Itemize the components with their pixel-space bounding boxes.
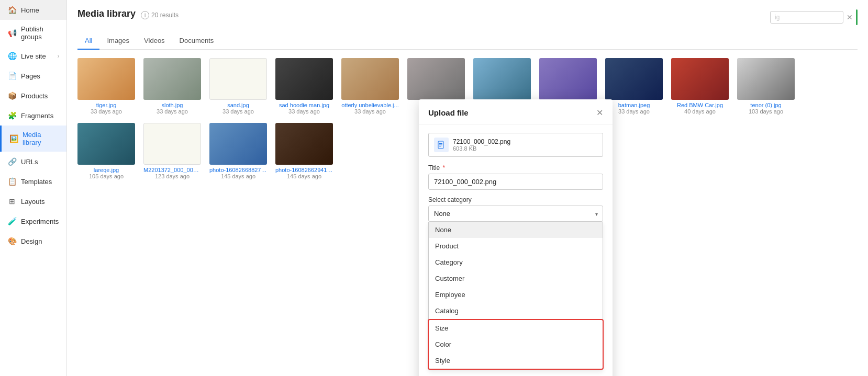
category-select[interactable]: None Product Category Customer Employee … [428,206,603,222]
dropdown-item-employee[interactable]: Employee [429,287,603,303]
tab-documents[interactable]: Documents [172,32,221,50]
media-filename: lareqe.jpg [94,167,119,173]
dropdown-item-none[interactable]: None [429,222,603,238]
sidebar-item-fragments[interactable]: 🧩 Fragments [0,106,66,126]
upload-file-modal: Upload file ✕ 72100_000_002.png 603.8 KB… [419,99,613,376]
media-thumbnail [737,58,795,100]
media-item[interactable]: photo-1608266882760... 145 days ago [209,123,267,179]
sidebar-item-label: Pages [21,72,40,80]
media-item[interactable]: sloth.jpg 33 days ago [143,58,201,115]
sidebar-item-label: Live site [21,52,46,60]
media-date: 103 days ago [749,108,783,115]
sidebar-item-urls[interactable]: 🔗 URLs [0,152,66,172]
media-item[interactable]: batman.jpeg 33 days ago [605,58,663,115]
file-type-icon [434,138,449,152]
products-icon: 📦 [7,91,17,100]
media-thumbnail [539,58,597,100]
dropdown-item-product[interactable]: Product [429,238,603,254]
media-library-icon: 🖼️ [9,134,18,143]
media-thumbnail [209,58,267,100]
sidebar-item-products[interactable]: 📦 Products [0,86,66,106]
sidebar-item-live-site[interactable]: 🌐 Live site › [0,46,66,66]
sidebar-item-publish-groups[interactable]: 📢 Publish groups [0,20,66,46]
svg-rect-2 [439,145,442,145]
svg-rect-3 [439,146,441,146]
file-name: 72100_000_002.png [453,138,597,145]
media-item[interactable]: M2201372_000_002.p... 123 days ago [143,123,201,179]
media-filename: sloth.jpg [162,102,183,108]
dropdown-item-color[interactable]: Color [429,336,603,352]
sidebar-item-design[interactable]: 🎨 Design [0,231,66,251]
media-date: 145 days ago [221,173,255,179]
media-item[interactable]: photo-1608266294108... 145 days ago [275,123,333,179]
info-icon: i [141,11,149,19]
sidebar-item-label: Layouts [21,198,45,206]
page-title: Media library [77,8,136,19]
sidebar-item-label: Fragments [21,112,53,120]
design-icon: 🎨 [7,236,17,246]
tabs-bar: All Images Videos Documents [77,32,858,50]
sidebar-item-media-library[interactable]: 🖼️ Media library [0,126,66,152]
title-label: Title * [428,164,603,172]
title-input[interactable] [428,174,603,190]
media-date: 33 days ago [157,108,188,115]
media-item[interactable]: sad hoodie man.jpg 33 days ago [275,58,333,115]
media-date: 33 days ago [91,108,122,115]
sidebar-item-label: Design [21,237,42,245]
tab-all[interactable]: All [77,32,99,50]
sidebar-item-experiments[interactable]: 🧪 Experiments [0,211,66,231]
media-thumbnail [77,58,135,100]
results-count: 20 results [151,12,179,19]
media-date: 33 days ago [618,108,650,115]
dropdown-item-style[interactable]: Style [429,352,603,369]
dropdown-item-customer[interactable]: Customer [429,270,603,287]
media-thumbnail [275,58,333,100]
file-display: 72100_000_002.png 603.8 KB [428,133,603,157]
chevron-icon: › [58,53,59,59]
media-date: 33 days ago [354,108,386,115]
tab-videos[interactable]: Videos [137,32,172,50]
media-item[interactable]: otterly unbelievable.j... 33 days ago [341,58,399,115]
media-thumbnail [209,123,267,165]
media-item[interactable]: sand.jpg 33 days ago [209,58,267,115]
upload-search-input[interactable]: ig [770,11,843,24]
live-site-icon: 🌐 [7,51,17,61]
sidebar-item-templates[interactable]: 📋 Templates [0,172,66,191]
dropdown-item-category[interactable]: Category [429,254,603,270]
file-size: 603.8 KB [453,145,597,152]
layouts-icon: ⊞ [7,197,17,206]
sidebar-item-label: Home [21,6,39,14]
modal-header: Upload file ✕ [419,99,613,124]
sidebar-item-home[interactable]: 🏠 Home [0,0,66,20]
sidebar-item-label: Experiments [21,218,59,225]
dropdown-item-size[interactable]: Size [429,320,603,336]
sidebar-item-label: Publish groups [21,25,59,41]
media-thumbnail [473,58,531,100]
sidebar-item-pages[interactable]: 📄 Pages [0,66,66,86]
sidebar-item-label: URLs [21,158,38,166]
upload-search-clear-icon[interactable]: ✕ [847,13,853,21]
svg-rect-1 [439,143,442,144]
media-item[interactable]: lareqe.jpg 105 days ago [77,123,135,179]
tab-images[interactable]: Images [99,32,137,50]
sidebar: 🏠 Home 📢 Publish groups 🌐 Live site › 📄 … [0,0,67,376]
media-item[interactable]: tenor (0).jpg 103 days ago [737,58,795,115]
category-select-wrapper: None Product Category Customer Employee … [428,206,603,222]
media-date: 33 days ago [222,108,254,115]
media-date: 145 days ago [287,173,321,179]
dropdown-item-catalog[interactable]: Catalog [429,303,603,319]
category-dropdown-list: None Product Category Customer Employee … [428,222,603,370]
sidebar-item-layouts[interactable]: ⊞ Layouts [0,191,66,211]
media-filename: sad hoodie man.jpg [279,102,329,108]
media-item[interactable]: Red BMW Car.jpg 40 days ago [671,58,729,115]
modal-close-button[interactable]: ✕ [596,108,603,118]
modal-body: 72100_000_002.png 603.8 KB Title * Selec… [419,124,613,376]
media-filename: tiger.jpg [96,102,117,108]
media-filename: sand.jpg [227,102,249,108]
pages-icon: 📄 [7,71,17,81]
media-date: 33 days ago [288,108,320,115]
templates-icon: 📋 [7,177,17,186]
media-item[interactable]: tiger.jpg 33 days ago [77,58,135,115]
media-filename: photo-1608266294108... [275,167,333,173]
sidebar-item-label: Media library [23,131,59,146]
